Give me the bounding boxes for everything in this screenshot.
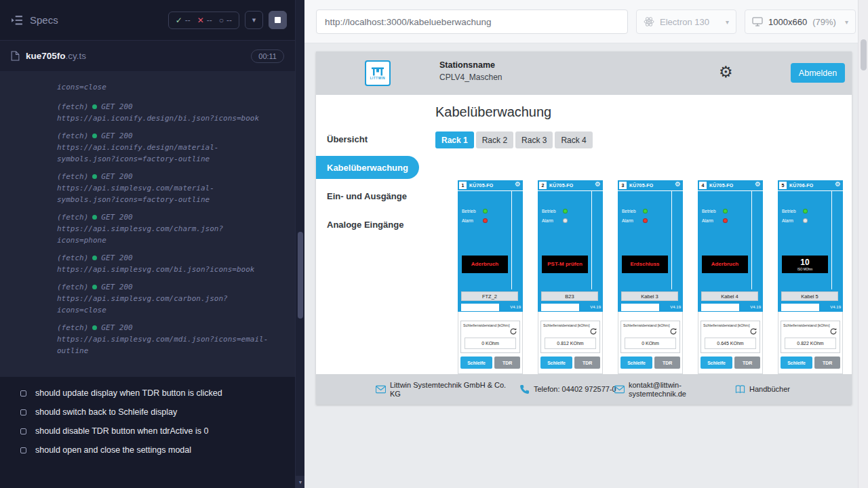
device-model: KÜ705-FO xyxy=(709,183,733,188)
browser-toolbar: Electron 130 ▾ 1000x660 (79%) ▾ xyxy=(304,0,868,43)
reporter-header: Specs ✓-- ✕-- ○-- ▾ xyxy=(0,0,295,41)
cable-monitor-card-4: 4 KÜ705-FO ⚙ Betrieb Alarm Aderbruch Kab… xyxy=(698,180,763,374)
page-scrollbar[interactable] xyxy=(858,0,868,488)
station-label: Stationsname xyxy=(439,60,502,70)
aux-input[interactable] xyxy=(701,304,739,311)
tab-rack-2[interactable]: Rack 2 xyxy=(476,131,513,148)
nav-uebersicht[interactable]: Übersicht xyxy=(316,125,425,153)
tdr-button[interactable]: TDR xyxy=(574,357,600,369)
phone-icon xyxy=(519,384,530,394)
tab-rack-4[interactable]: Rack 4 xyxy=(555,131,592,148)
betrieb-led xyxy=(483,209,488,214)
log-entry[interactable]: (fetch)GET 200 https://api.simplesvg.com… xyxy=(57,281,295,316)
measurement-value: 0.812 KOhm xyxy=(545,338,596,349)
nav-ein-und-ausgaenge[interactable]: Ein- und Ausgänge xyxy=(316,182,425,210)
browser-select[interactable]: Electron 130 ▾ xyxy=(636,9,736,34)
log-entry[interactable]: (fetch)GET 200 https://api.simplesvg.com… xyxy=(57,252,295,275)
refresh-icon[interactable] xyxy=(749,327,757,336)
app-sidebar: Übersicht Kabelüberwachung Ein- und Ausg… xyxy=(316,95,425,374)
nav-kabelueberwachung[interactable]: Kabelüberwachung xyxy=(316,153,425,182)
test-item[interactable]: should switch back to Schleife display xyxy=(0,403,295,422)
spec-file-row[interactable]: kue705fo .cy.ts 00:11 xyxy=(0,41,295,72)
tdr-button[interactable]: TDR xyxy=(654,357,680,369)
scrollbar-thumb[interactable] xyxy=(298,232,303,319)
firmware-version: V4.19 xyxy=(510,305,521,309)
measurement-label: Schleifenwiderstand [kOhm] xyxy=(543,323,589,327)
request-url: https://api.iconify.design/bi.json?icons… xyxy=(57,113,269,124)
aux-input[interactable] xyxy=(541,304,579,311)
log-entry[interactable]: (fetch)GET 200 https://api.simplesvg.com… xyxy=(57,322,295,357)
test-item[interactable]: should update display when TDR button is… xyxy=(0,384,295,403)
card-settings-gear-icon[interactable]: ⚙ xyxy=(515,181,521,188)
card-settings-gear-icon[interactable]: ⚙ xyxy=(835,181,841,188)
cable-name-input[interactable]: B23 xyxy=(541,291,598,301)
scroll-down-arrow[interactable]: ▾ xyxy=(296,476,305,488)
passed-count: -- xyxy=(185,16,191,25)
log-entry[interactable]: (fetch)GET 200 https://api.simplesvg.com… xyxy=(57,211,295,246)
card-settings-gear-icon[interactable]: ⚙ xyxy=(675,181,681,188)
log-entry[interactable]: (fetch)GET 200 https://api.iconify.desig… xyxy=(57,130,295,165)
browser-name: Electron 130 xyxy=(660,17,709,27)
test-state-icon xyxy=(20,428,26,434)
refresh-icon[interactable] xyxy=(829,327,837,336)
viewport-select[interactable]: 1000x660 (79%) ▾ xyxy=(745,9,856,34)
cable-name-input[interactable]: FTZ_2 xyxy=(461,291,518,301)
aux-input[interactable] xyxy=(621,304,659,311)
tdr-button[interactable]: TDR xyxy=(734,357,760,369)
log-entry[interactable]: (fetch)GET 200 https://api.simplesvg.com… xyxy=(57,171,295,205)
test-stats: ✓-- ✕-- ○-- xyxy=(168,12,239,29)
request-url: https://api.simplesvg.com/bi.json?icons=… xyxy=(57,264,269,275)
aut-frame: LITTWIN Stationsname CPLV4_Maschen ⚙ Abm… xyxy=(316,52,852,405)
alarm-led xyxy=(563,218,568,223)
log-url-fragment[interactable]: icons=close xyxy=(57,81,269,93)
crane-icon xyxy=(371,66,384,76)
chevron-down-icon: ▾ xyxy=(252,16,256,24)
cypress-reporter-panel: Specs ✓-- ✕-- ○-- ▾ kue705fo .cy.ts 00:1… xyxy=(0,0,304,488)
tdr-button[interactable]: TDR xyxy=(494,357,520,369)
settings-gear-icon[interactable]: ⚙ xyxy=(719,64,733,80)
schleife-button[interactable]: Schleife xyxy=(701,357,732,369)
request-type: (fetch) xyxy=(57,130,88,142)
aux-input[interactable] xyxy=(781,304,819,311)
request-status: GET 200 xyxy=(101,101,132,113)
footer-manuals[interactable]: Handbücher xyxy=(735,374,790,405)
spec-timer: 00:11 xyxy=(251,49,284,63)
mail-icon xyxy=(614,384,625,394)
measurement-value: 0 KOhm xyxy=(465,338,516,349)
tab-rack-3[interactable]: Rack 3 xyxy=(515,131,553,148)
aux-input[interactable] xyxy=(461,304,499,311)
betrieb-led xyxy=(643,209,648,214)
cable-name-input[interactable]: Kabel 5 xyxy=(781,291,838,301)
nav-analoge-eingaenge[interactable]: Analoge Eingänge xyxy=(316,210,425,239)
url-input[interactable] xyxy=(316,9,628,34)
test-item[interactable]: should disable TDR button when tdrActive… xyxy=(0,422,295,441)
status-display: Aderbruch xyxy=(702,256,748,273)
refresh-icon[interactable] xyxy=(669,327,677,336)
schleife-button[interactable]: Schleife xyxy=(620,357,652,369)
tab-rack-1[interactable]: Rack 1 xyxy=(435,131,474,148)
test-item[interactable]: should open and close the settings modal xyxy=(0,441,295,460)
request-status: GET 200 xyxy=(101,322,132,333)
log-entry[interactable]: (fetch)GET 200 https://api.iconify.desig… xyxy=(57,101,295,124)
tdr-button[interactable]: TDR xyxy=(814,357,840,369)
footer-email[interactable]: kontakt@littwin-systemtechnik.de xyxy=(614,374,699,405)
specs-menu-icon[interactable] xyxy=(11,15,23,25)
cable-name-input[interactable]: Kabel 4 xyxy=(701,291,758,301)
test-list: should update display when TDR button is… xyxy=(0,377,295,488)
card-settings-gear-icon[interactable]: ⚙ xyxy=(755,181,761,188)
collapse-all-button[interactable]: ▾ xyxy=(245,11,263,29)
refresh-icon[interactable] xyxy=(589,327,597,336)
schleife-button[interactable]: Schleife xyxy=(540,357,572,369)
schleife-button[interactable]: Schleife xyxy=(460,357,492,369)
logout-button[interactable]: Abmelden xyxy=(791,63,845,83)
scrollbar-thumb[interactable] xyxy=(861,39,867,70)
cable-name-input[interactable]: Kabel 3 xyxy=(621,291,678,301)
schleife-button[interactable]: Schleife xyxy=(781,357,812,369)
request-type: (fetch) xyxy=(57,171,88,182)
refresh-icon[interactable] xyxy=(509,327,517,336)
stop-run-button[interactable] xyxy=(269,11,287,29)
device-model: KÜ705-FO xyxy=(469,183,493,188)
slot-number: 2 xyxy=(539,182,547,189)
card-settings-gear-icon[interactable]: ⚙ xyxy=(595,181,601,188)
reporter-scrollbar[interactable]: ▾ xyxy=(295,0,304,488)
